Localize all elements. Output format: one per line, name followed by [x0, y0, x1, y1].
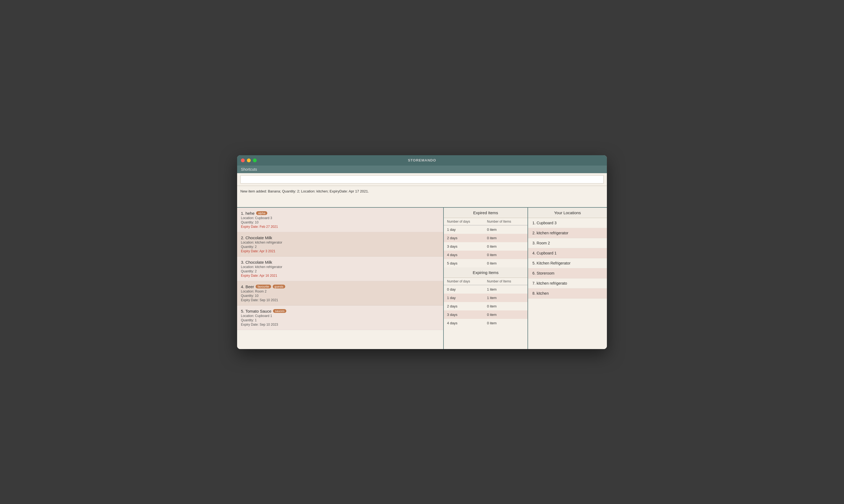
expired-days: 2 days	[447, 236, 484, 240]
table-row: 2 days 0 item	[444, 234, 527, 242]
app-window: STOREMANDO Shortcuts New item added: Ban…	[237, 155, 607, 349]
location-item[interactable]: 3. Room 2	[528, 238, 607, 248]
expired-col1-header: Number of days	[447, 220, 484, 223]
item-name: 2. Chocolate Milk	[241, 235, 439, 240]
expiring-section-header: Expiring Items	[444, 268, 527, 278]
locations-panel[interactable]: Your Locations 1. Cupboard 32. kitchen r…	[528, 208, 607, 349]
expired-col2-header: Number of Items	[484, 220, 524, 223]
list-item[interactable]: 5. Tomato Sauce sauces Location: Cupboar…	[237, 306, 443, 330]
item-name: 3. Chocolate Milk	[241, 260, 439, 265]
expiring-items: 1 item	[484, 296, 524, 300]
expiring-rows: 0 day 1 item 1 day 1 item 2 days 0 item …	[444, 285, 527, 327]
expired-section-header: Expired Items	[444, 208, 527, 218]
item-quantity: Quantity: 1	[241, 318, 439, 322]
table-row: 3 days 0 item	[444, 242, 527, 251]
locations-section-header: Your Locations	[528, 208, 607, 218]
location-item[interactable]: 2. kitchen refrigerator	[528, 228, 607, 238]
tag-favourite: favourite	[256, 285, 271, 288]
minimize-button[interactable]	[247, 159, 251, 162]
item-quantity: Quantity: 2	[241, 245, 439, 249]
expiring-days: 1 day	[447, 296, 484, 300]
table-row: 1 day 0 item	[444, 226, 527, 234]
shortcuts-label: Shortcuts	[241, 167, 257, 172]
item-location: Location: kitchen refrigerator	[241, 265, 439, 269]
expiring-days: 4 days	[447, 321, 484, 325]
item-quantity: Quantity: 2	[241, 269, 439, 273]
output-area: New item added: Banana; Quantity: 2; Loc…	[237, 186, 607, 208]
table-row: 0 day 1 item	[444, 285, 527, 293]
table-row: 2 days 0 item	[444, 302, 527, 310]
shortcuts-bar: Shortcuts	[237, 165, 607, 173]
list-item[interactable]: 2. Chocolate Milk Location: kitchen refr…	[237, 232, 443, 257]
item-name: 4. Beer favouriteguests	[241, 284, 439, 289]
maximize-button[interactable]	[253, 159, 257, 162]
tag-guests: guests	[273, 285, 285, 288]
item-location: Location: kitchen refrigerator	[241, 240, 439, 245]
expiring-items: 0 item	[484, 304, 524, 308]
app-title: STOREMANDO	[408, 158, 436, 162]
location-item[interactable]: 4. Cupboard 1	[528, 248, 607, 258]
expiring-table-header: Number of days Number of Items	[444, 278, 527, 285]
location-item[interactable]: 7. kitchen refrigerato	[528, 278, 607, 288]
expiring-col2-header: Number of Items	[484, 280, 524, 283]
middle-panel[interactable]: Expired Items Number of days Number of I…	[444, 208, 528, 349]
expiring-items: 1 item	[484, 287, 524, 291]
expiring-days: 0 day	[447, 287, 484, 291]
item-quantity: Quantity: 10	[241, 294, 439, 298]
item-name: 1. hehe alpha	[241, 211, 439, 216]
expired-days: 1 day	[447, 228, 484, 232]
expired-items: 0 item	[484, 261, 524, 265]
table-row: 4 days 0 item	[444, 319, 527, 327]
item-name: 5. Tomato Sauce sauces	[241, 309, 439, 313]
expiring-items: 0 item	[484, 312, 524, 317]
item-location: Location: Room 2	[241, 289, 439, 293]
item-expiry: Expiry Date: Feb 27 2021	[241, 225, 439, 229]
tag-alpha: alpha	[256, 211, 267, 215]
location-item[interactable]: 6. Storeroom	[528, 268, 607, 278]
main-content: 1. hehe alpha Location: Cupboard 3 Quant…	[237, 208, 607, 349]
list-item[interactable]: 3. Chocolate Milk Location: kitchen refr…	[237, 257, 443, 281]
item-expiry: Expiry Date: Apr 3 2021	[241, 249, 439, 253]
location-item[interactable]: 8. kitchen	[528, 288, 607, 299]
expired-days: 3 days	[447, 245, 484, 249]
items-panel[interactable]: 1. hehe alpha Location: Cupboard 3 Quant…	[237, 208, 444, 349]
expiring-col1-header: Number of days	[447, 280, 484, 283]
item-location: Location: Cupboard 1	[241, 314, 439, 318]
item-quantity: Quantity: 10	[241, 220, 439, 224]
command-input[interactable]	[240, 175, 604, 183]
expired-items: 0 item	[484, 236, 524, 240]
titlebar: STOREMANDO	[237, 155, 607, 165]
expired-days: 4 days	[447, 253, 484, 257]
expired-items: 0 item	[484, 245, 524, 249]
expired-items: 0 item	[484, 228, 524, 232]
expired-rows: 1 day 0 item 2 days 0 item 3 days 0 item…	[444, 226, 527, 268]
location-item[interactable]: 1. Cupboard 3	[528, 218, 607, 228]
list-item[interactable]: 4. Beer favouriteguests Location: Room 2…	[237, 281, 443, 306]
item-location: Location: Cupboard 3	[241, 216, 439, 220]
expiring-items: 0 item	[484, 321, 524, 325]
close-button[interactable]	[241, 159, 245, 162]
expired-days: 5 days	[447, 261, 484, 265]
expiring-days: 3 days	[447, 312, 484, 317]
item-expiry: Expiry Date: Sep 10 2023	[241, 323, 439, 326]
item-expiry: Expiry Date: Sep 10 2021	[241, 298, 439, 302]
location-rows: 1. Cupboard 32. kitchen refrigerator3. R…	[528, 218, 607, 299]
tag-sauces: sauces	[273, 309, 286, 313]
expired-table-header: Number of days Number of Items	[444, 218, 527, 226]
item-expiry: Expiry Date: Apr 16 2021	[241, 274, 439, 277]
command-input-area	[237, 173, 607, 186]
table-row: 5 days 0 item	[444, 259, 527, 268]
traffic-lights	[241, 159, 257, 162]
location-item[interactable]: 5. Kitchen Refrigerator	[528, 258, 607, 268]
expired-items: 0 item	[484, 253, 524, 257]
table-row: 1 day 1 item	[444, 293, 527, 302]
list-item[interactable]: 1. hehe alpha Location: Cupboard 3 Quant…	[237, 208, 443, 232]
table-row: 4 days 0 item	[444, 251, 527, 259]
expiring-days: 2 days	[447, 304, 484, 308]
output-text: New item added: Banana; Quantity: 2; Loc…	[240, 189, 369, 193]
table-row: 3 days 0 item	[444, 310, 527, 319]
